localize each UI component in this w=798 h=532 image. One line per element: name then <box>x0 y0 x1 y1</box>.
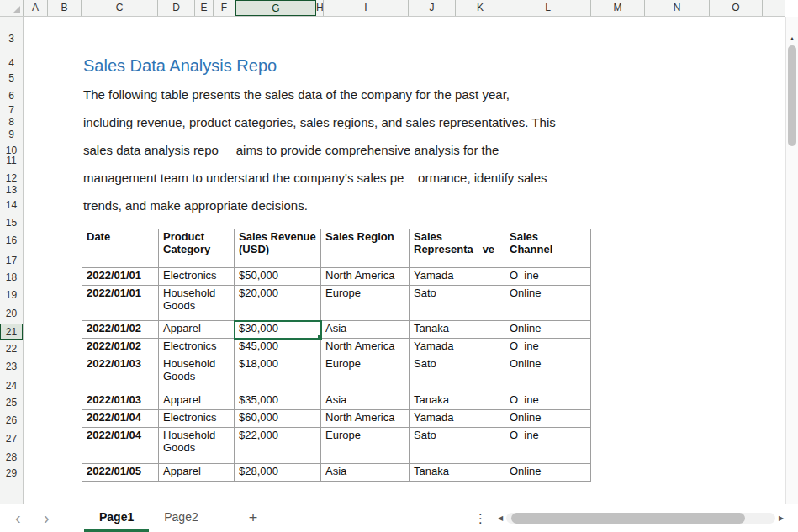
table-cell[interactable]: 2022/01/04 <box>82 428 159 464</box>
column-header-L[interactable]: L <box>505 0 591 16</box>
table-cell[interactable]: 2022/01/04 <box>82 410 159 428</box>
table-header-cell[interactable]: Sales Region <box>321 229 410 268</box>
horizontal-scroll-track[interactable] <box>506 513 775 524</box>
table-cell[interactable]: O ine <box>505 339 591 356</box>
table-cell[interactable]: $20,000 <box>235 286 321 321</box>
row-header-9[interactable]: 9 <box>0 127 23 143</box>
table-cell[interactable]: Household Goods <box>159 428 235 464</box>
table-cell[interactable]: Online <box>505 286 591 321</box>
row-header-14[interactable]: 14 <box>0 198 23 213</box>
row-header-29[interactable]: 29 <box>0 466 23 482</box>
column-header-H[interactable]: H <box>316 0 324 16</box>
table-cell[interactable]: 2022/01/02 <box>82 339 159 356</box>
table-cell[interactable]: Asia <box>321 321 410 339</box>
table-cell[interactable]: $50,000 <box>235 268 321 286</box>
table-header-cell[interactable]: Sales Revenue (USD) <box>235 229 321 268</box>
prev-sheet-arrow-icon[interactable]: ‹ <box>15 504 21 532</box>
table-cell[interactable]: North America <box>321 268 410 286</box>
table-cell[interactable]: 2022/01/01 <box>82 268 159 286</box>
table-header-cell[interactable]: Product Category <box>159 229 235 268</box>
table-cell[interactable]: Household Goods <box>159 356 235 392</box>
row-header-11[interactable]: 11 <box>0 153 23 169</box>
table-cell[interactable]: Sato <box>410 356 505 392</box>
table-cell[interactable]: O ine <box>505 428 591 464</box>
table-cell[interactable]: Tanaka <box>410 392 505 410</box>
table-cell[interactable]: Electronics <box>159 268 235 286</box>
column-header-K[interactable]: K <box>456 0 505 16</box>
row-header-22[interactable]: 22 <box>0 341 23 357</box>
row-header-16[interactable]: 16 <box>0 233 23 249</box>
row-header-24[interactable]: 24 <box>0 378 23 394</box>
table-header-cell[interactable]: Date <box>82 229 159 268</box>
row-header-23[interactable]: 23 <box>0 359 23 375</box>
column-header-M[interactable]: M <box>591 0 645 16</box>
table-cell[interactable]: Electronics <box>159 410 235 428</box>
table-cell[interactable]: 2022/01/05 <box>82 464 159 482</box>
column-header-O[interactable]: O <box>710 0 763 16</box>
next-sheet-arrow-icon[interactable]: › <box>44 504 50 532</box>
table-cell[interactable]: Online <box>505 356 591 392</box>
add-sheet-button[interactable]: + <box>242 504 264 532</box>
row-header-13[interactable]: 13 <box>0 182 23 198</box>
scroll-up-arrow-icon[interactable]: ▲ <box>786 35 798 41</box>
select-all-corner[interactable] <box>0 0 24 16</box>
table-cell[interactable]: Europe <box>321 428 410 464</box>
table-cell[interactable]: Yamada <box>410 268 505 286</box>
table-cell[interactable]: 2022/01/01 <box>82 286 159 321</box>
column-header-B[interactable]: B <box>48 0 82 16</box>
table-cell[interactable]: Apparel <box>159 392 235 410</box>
table-cell[interactable]: Apparel <box>159 321 235 339</box>
column-header-N[interactable]: N <box>645 0 710 16</box>
scroll-left-arrow-icon[interactable]: ◀ <box>494 514 506 522</box>
table-cell[interactable]: Yamada <box>410 410 505 428</box>
column-header-J[interactable]: J <box>409 0 456 16</box>
horizontal-scroll-thumb[interactable] <box>511 513 745 524</box>
row-header-19[interactable]: 19 <box>0 287 23 303</box>
sheet-canvas[interactable]: Sales Data Analysis Repo The following t… <box>24 17 785 504</box>
table-cell[interactable]: 2022/01/02 <box>82 321 159 339</box>
horizontal-scrollbar[interactable]: ◀ ▶ <box>494 511 787 525</box>
row-header-21[interactable]: 21 <box>0 324 23 340</box>
column-header-E[interactable]: E <box>195 0 214 16</box>
row-header-26[interactable]: 26 <box>0 413 23 429</box>
table-cell[interactable]: 2022/01/03 <box>82 356 159 392</box>
table-cell[interactable]: Asia <box>321 464 410 482</box>
row-header-15[interactable]: 15 <box>0 215 23 231</box>
table-header-cell[interactable]: Sales Representa ve <box>410 229 505 268</box>
column-header-C[interactable]: C <box>82 0 158 16</box>
sheet-tab-page2[interactable]: Page2 <box>149 504 213 532</box>
row-header-20[interactable]: 20 <box>0 306 23 322</box>
table-cell[interactable]: $60,000 <box>235 410 321 428</box>
sheet-tab-page1[interactable]: Page1 <box>84 504 149 532</box>
row-header-17[interactable]: 17 <box>0 253 23 269</box>
fill-handle[interactable] <box>317 334 321 339</box>
row-header-5[interactable]: 5 <box>0 71 23 87</box>
table-cell[interactable]: O ine <box>505 268 591 286</box>
table-cell[interactable]: North America <box>321 339 410 356</box>
vertical-scrollbar[interactable]: ▲ <box>785 17 798 504</box>
table-cell[interactable]: Yamada <box>410 339 505 356</box>
table-header-cell[interactable]: Sales Channel <box>505 229 591 268</box>
table-cell[interactable]: Tanaka <box>410 464 505 482</box>
row-header-18[interactable]: 18 <box>0 270 23 286</box>
column-header-A[interactable]: A <box>24 0 48 16</box>
row-header-27[interactable]: 27 <box>0 431 23 447</box>
table-cell[interactable]: $28,000 <box>235 464 321 482</box>
vertical-scroll-thumb[interactable] <box>788 45 796 146</box>
row-header-4[interactable]: 4 <box>0 55 23 71</box>
table-cell[interactable]: Sato <box>410 286 505 321</box>
selected-cell[interactable]: $30,000 <box>235 321 321 339</box>
column-header-I[interactable]: I <box>324 0 409 16</box>
table-cell[interactable]: North America <box>321 410 410 428</box>
table-cell[interactable]: Asia <box>321 392 410 410</box>
table-cell[interactable]: Electronics <box>159 339 235 356</box>
row-header-25[interactable]: 25 <box>0 395 23 411</box>
table-cell[interactable]: Household Goods <box>159 286 235 321</box>
more-options-icon[interactable]: ⋮ <box>474 504 487 532</box>
table-cell[interactable]: Sato <box>410 428 505 464</box>
row-header-3[interactable]: 3 <box>0 31 23 47</box>
table-cell[interactable]: Online <box>505 410 591 428</box>
column-header-D[interactable]: D <box>158 0 195 16</box>
column-header-G[interactable]: G <box>235 0 316 16</box>
table-cell[interactable]: O ine <box>505 392 591 410</box>
